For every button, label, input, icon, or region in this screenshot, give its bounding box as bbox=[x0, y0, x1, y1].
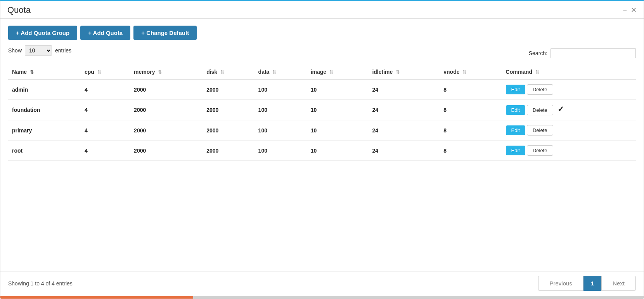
title-bar: Quota − ✕ bbox=[0, 1, 644, 19]
cell-command-1: EditDelete ✓ bbox=[502, 100, 636, 120]
cell-disk-2: 2000 bbox=[203, 120, 254, 141]
close-button[interactable]: ✕ bbox=[631, 6, 637, 14]
col-cpu[interactable]: cpu ⇅ bbox=[81, 65, 130, 79]
cell-memory-1: 2000 bbox=[130, 100, 203, 120]
edit-button-3[interactable]: Edit bbox=[506, 146, 525, 155]
add-quota-group-button[interactable]: + Add Quota Group bbox=[8, 26, 77, 40]
sort-icon-name: ⇅ bbox=[30, 70, 34, 75]
cell-idletime-2: 24 bbox=[368, 120, 440, 141]
cell-name-1: foundation bbox=[8, 100, 81, 120]
cell-disk-1: 2000 bbox=[203, 100, 254, 120]
search-input[interactable] bbox=[551, 48, 636, 58]
col-cpu-label: cpu bbox=[85, 69, 94, 75]
cell-vnode-1: 8 bbox=[440, 100, 502, 120]
table-row: root42000200010010248EditDelete bbox=[8, 141, 636, 161]
col-data-label: data bbox=[258, 69, 270, 75]
edit-button-1[interactable]: Edit bbox=[506, 105, 525, 115]
cell-cpu-1: 4 bbox=[81, 100, 130, 120]
cell-name-3: root bbox=[8, 141, 81, 161]
show-label: Show bbox=[8, 47, 22, 54]
col-data[interactable]: data ⇅ bbox=[254, 65, 307, 79]
sort-icon-image: ⇅ bbox=[329, 70, 333, 75]
main-content: + Add Quota Group + Add Quota + Change D… bbox=[0, 19, 644, 271]
default-checkmark-icon: ✓ bbox=[556, 105, 564, 113]
cell-image-3: 10 bbox=[307, 141, 369, 161]
change-default-button[interactable]: + Change Default bbox=[133, 26, 197, 40]
col-name[interactable]: Name ⇅ bbox=[8, 65, 81, 79]
pagination: Previous 1 Next bbox=[538, 276, 636, 291]
window-title: Quota bbox=[7, 5, 31, 15]
next-button[interactable]: Next bbox=[601, 276, 636, 291]
delete-button-3[interactable]: Delete bbox=[527, 145, 553, 156]
cell-memory-2: 2000 bbox=[130, 120, 203, 141]
minimize-button[interactable]: − bbox=[623, 6, 627, 14]
delete-button-0[interactable]: Delete bbox=[527, 84, 553, 95]
col-name-label: Name bbox=[12, 69, 27, 75]
page-1-button[interactable]: 1 bbox=[583, 276, 601, 291]
show-entries-control: Show 10 25 50 100 entries bbox=[8, 45, 71, 56]
top-controls: Show 10 25 50 100 entries Search: bbox=[8, 45, 636, 61]
cell-idletime-0: 24 bbox=[368, 79, 440, 100]
table-row: primary42000200010010248EditDelete bbox=[8, 120, 636, 141]
cell-idletime-1: 24 bbox=[368, 100, 440, 120]
table-row: foundation42000200010010248EditDelete ✓ bbox=[8, 100, 636, 120]
cell-vnode-2: 8 bbox=[440, 120, 502, 141]
entries-label: entries bbox=[55, 47, 71, 54]
cell-name-0: admin bbox=[8, 79, 81, 100]
table-footer: Showing 1 to 4 of 4 entries Previous 1 N… bbox=[0, 271, 644, 296]
cell-image-0: 10 bbox=[307, 79, 369, 100]
col-vnode[interactable]: vnode ⇅ bbox=[440, 65, 502, 79]
edit-button-2[interactable]: Edit bbox=[506, 125, 525, 135]
col-disk-label: disk bbox=[206, 69, 217, 75]
cell-data-2: 100 bbox=[254, 120, 307, 141]
cell-disk-0: 2000 bbox=[203, 79, 254, 100]
cell-data-3: 100 bbox=[254, 141, 307, 161]
col-command[interactable]: Command ⇅ bbox=[502, 65, 636, 79]
cell-image-1: 10 bbox=[307, 100, 369, 120]
sort-icon-idletime: ⇅ bbox=[396, 70, 400, 75]
col-command-label: Command bbox=[506, 69, 532, 75]
col-vnode-label: vnode bbox=[443, 69, 459, 75]
cell-idletime-3: 24 bbox=[368, 141, 440, 161]
cell-data-0: 100 bbox=[254, 79, 307, 100]
table-header-row: Name ⇅ cpu ⇅ memory ⇅ disk ⇅ bbox=[8, 65, 636, 79]
col-idletime-label: idletime bbox=[372, 69, 393, 75]
entries-select[interactable]: 10 25 50 100 bbox=[25, 45, 52, 56]
quota-table: Name ⇅ cpu ⇅ memory ⇅ disk ⇅ bbox=[8, 65, 636, 161]
delete-button-1[interactable]: Delete bbox=[527, 105, 553, 115]
delete-button-2[interactable]: Delete bbox=[527, 125, 553, 136]
cell-image-2: 10 bbox=[307, 120, 369, 141]
previous-button[interactable]: Previous bbox=[538, 276, 583, 291]
bottom-accent-bar bbox=[0, 296, 644, 299]
showing-info: Showing 1 to 4 of 4 entries bbox=[8, 280, 73, 287]
cell-cpu-0: 4 bbox=[81, 79, 130, 100]
search-label: Search: bbox=[529, 50, 547, 56]
sort-icon-disk: ⇅ bbox=[220, 70, 224, 75]
sort-icon-cpu: ⇅ bbox=[97, 70, 101, 75]
sort-icon-command: ⇅ bbox=[535, 70, 539, 75]
cell-vnode-0: 8 bbox=[440, 79, 502, 100]
cell-command-3: EditDelete bbox=[502, 141, 636, 161]
cell-memory-0: 2000 bbox=[130, 79, 203, 100]
col-image-label: image bbox=[311, 69, 326, 75]
cell-command-0: EditDelete bbox=[502, 79, 636, 100]
sort-icon-data: ⇅ bbox=[272, 70, 276, 75]
window-controls: − ✕ bbox=[623, 6, 637, 14]
col-idletime[interactable]: idletime ⇅ bbox=[368, 65, 440, 79]
col-image[interactable]: image ⇅ bbox=[307, 65, 369, 79]
toolbar: + Add Quota Group + Add Quota + Change D… bbox=[8, 26, 636, 40]
cell-cpu-3: 4 bbox=[81, 141, 130, 161]
cell-data-1: 100 bbox=[254, 100, 307, 120]
col-memory-label: memory bbox=[134, 69, 155, 75]
sort-icon-memory: ⇅ bbox=[158, 70, 162, 75]
cell-command-2: EditDelete bbox=[502, 120, 636, 141]
col-disk[interactable]: disk ⇅ bbox=[203, 65, 254, 79]
table-row: admin42000200010010248EditDelete bbox=[8, 79, 636, 100]
cell-cpu-2: 4 bbox=[81, 120, 130, 141]
cell-name-2: primary bbox=[8, 120, 81, 141]
col-memory[interactable]: memory ⇅ bbox=[130, 65, 203, 79]
cell-memory-3: 2000 bbox=[130, 141, 203, 161]
edit-button-0[interactable]: Edit bbox=[506, 85, 525, 94]
add-quota-button[interactable]: + Add Quota bbox=[80, 26, 130, 40]
cell-disk-3: 2000 bbox=[203, 141, 254, 161]
